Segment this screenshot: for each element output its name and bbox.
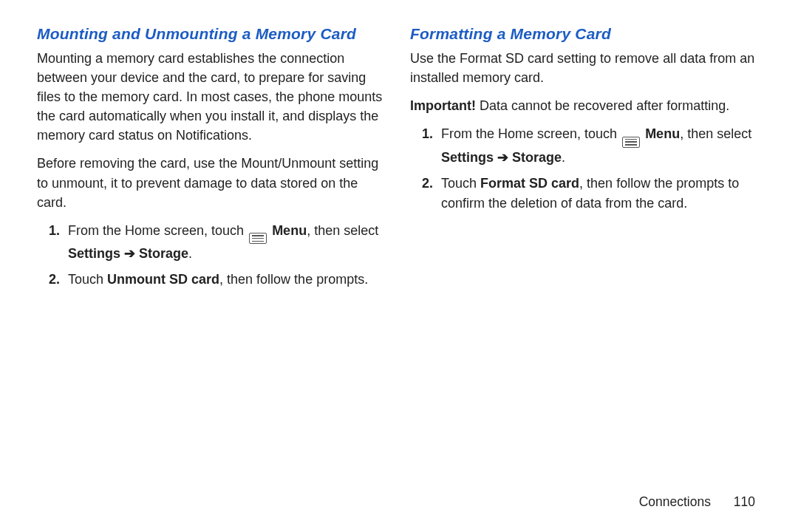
step-item: Touch Format SD card, then follow the pr… xyxy=(437,174,761,214)
menu-icon xyxy=(249,233,267,244)
arrow-icon: ➔ xyxy=(124,246,135,261)
step-text: From the Home screen, touch xyxy=(441,126,621,141)
step-text: , then select xyxy=(680,126,751,141)
step-text: , then select xyxy=(307,223,378,238)
heading-formatting: Formatting a Memory Card xyxy=(410,25,761,43)
steps-list: From the Home screen, touch Menu, then s… xyxy=(37,221,388,290)
paragraph: Before removing the card, use the Mount/… xyxy=(37,154,388,211)
important-label: Important! xyxy=(410,98,476,113)
storage-label: Storage xyxy=(508,150,562,165)
menu-icon xyxy=(622,137,640,148)
left-column: Mounting and Unmounting a Memory Card Mo… xyxy=(37,25,388,488)
important-note: Important! Data cannot be recovered afte… xyxy=(410,96,761,115)
menu-label: Menu xyxy=(272,223,307,238)
step-text: Touch xyxy=(68,272,107,287)
step-text: , then follow the prompts. xyxy=(219,272,368,287)
step-item: From the Home screen, touch Menu, then s… xyxy=(437,124,761,167)
menu-label: Menu xyxy=(645,126,680,141)
settings-label: Settings xyxy=(441,150,497,165)
settings-label: Settings xyxy=(68,246,124,261)
paragraph: Use the Format SD card setting to remove… xyxy=(410,49,761,87)
paragraph: Mounting a memory card establishes the c… xyxy=(37,49,388,145)
arrow-icon: ➔ xyxy=(497,150,508,165)
right-column: Formatting a Memory Card Use the Format … xyxy=(410,25,761,488)
heading-mounting: Mounting and Unmounting a Memory Card xyxy=(37,25,388,43)
step-item: From the Home screen, touch Menu, then s… xyxy=(64,221,388,264)
steps-list: From the Home screen, touch Menu, then s… xyxy=(410,124,761,213)
format-label: Format SD card xyxy=(480,176,579,191)
manual-page: Mounting and Unmounting a Memory Card Mo… xyxy=(0,0,798,532)
page-footer: Connections 110 xyxy=(639,494,755,510)
step-text: Touch xyxy=(441,176,480,191)
step-text: . xyxy=(562,150,565,165)
storage-label: Storage xyxy=(135,246,188,261)
page-number: 110 xyxy=(734,494,755,509)
important-text: Data cannot be recovered after formattin… xyxy=(476,98,729,113)
unmount-label: Unmount SD card xyxy=(107,272,219,287)
step-text: . xyxy=(188,246,192,261)
chapter-name: Connections xyxy=(639,494,711,509)
step-text: From the Home screen, touch xyxy=(68,223,248,238)
step-item: Touch Unmount SD card, then follow the p… xyxy=(64,270,388,290)
